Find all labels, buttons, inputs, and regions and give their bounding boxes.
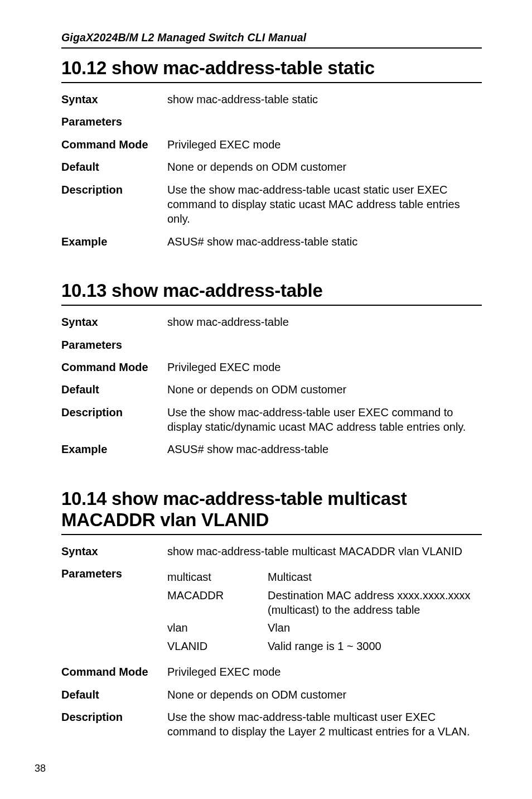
- field-label: Example: [61, 234, 167, 249]
- field-row: Command Mode Privileged EXEC mode: [61, 360, 482, 374]
- param-row: multicast Multicast: [167, 570, 482, 584]
- param-row: MACADDR Destination MAC address xxxx.xxx…: [167, 588, 482, 618]
- section-gap: [61, 465, 482, 479]
- field-label: Default: [61, 687, 167, 702]
- field-row-parameters: Parameters multicast Multicast MACADDR D…: [61, 566, 482, 657]
- field-label: Syntax: [61, 92, 167, 107]
- page-number: 38: [35, 763, 46, 774]
- running-header: GigaX2024B/M L2 Managed Switch CLI Manua…: [61, 31, 482, 44]
- section-title: 10.12 show mac-address-table static: [61, 57, 482, 79]
- field-value: Use the show mac-address-table multicast…: [167, 710, 482, 739]
- field-value: show mac-address-table static: [167, 92, 482, 107]
- field-label: Default: [61, 382, 167, 397]
- title-rule: [61, 534, 482, 535]
- field-label: Syntax: [61, 315, 167, 329]
- param-key: vlan: [167, 620, 268, 635]
- field-row: Syntax show mac-address-table static: [61, 92, 482, 107]
- field-value: None or depends on ODM customer: [167, 160, 482, 174]
- field-value: ASUS# show mac-address-table: [167, 442, 482, 456]
- field-value: None or depends on ODM customer: [167, 687, 482, 702]
- field-row: Command Mode Privileged EXEC mode: [61, 665, 482, 679]
- field-row: Syntax show mac-address-table multicast …: [61, 544, 482, 559]
- param-desc: Valid range is 1 ~ 3000: [268, 639, 482, 653]
- field-value: Use the show mac-address-table ucast sta…: [167, 182, 482, 227]
- param-desc: Destination MAC address xxxx.xxxx.xxxx (…: [268, 588, 482, 618]
- param-key: MACADDR: [167, 588, 268, 603]
- title-rule: [61, 82, 482, 83]
- field-row: Description Use the show mac-address-tab…: [61, 405, 482, 435]
- param-key: multicast: [167, 570, 268, 584]
- field-value: Privileged EXEC mode: [167, 360, 482, 374]
- section-title: 10.13 show mac-address-table: [61, 280, 482, 301]
- field-label: Command Mode: [61, 360, 167, 374]
- field-label: Description: [61, 182, 167, 197]
- field-label: Default: [61, 160, 167, 174]
- title-rule: [61, 305, 482, 306]
- field-row: Command Mode Privileged EXEC mode: [61, 137, 482, 152]
- field-row: Default None or depends on ODM customer: [61, 160, 482, 174]
- section-title: 10.14 show mac-address-table multicast M…: [61, 488, 482, 531]
- param-key: VLANID: [167, 639, 268, 653]
- field-label: Description: [61, 405, 167, 420]
- field-value: None or depends on ODM customer: [167, 382, 482, 397]
- field-value: Privileged EXEC mode: [167, 665, 482, 679]
- field-label: Parameters: [61, 114, 167, 129]
- field-value: show mac-address-table: [167, 315, 482, 329]
- field-row: Default None or depends on ODM customer: [61, 382, 482, 397]
- section-gap: [61, 257, 482, 271]
- param-row: vlan Vlan: [167, 620, 482, 635]
- param-desc: Multicast: [268, 570, 482, 584]
- field-value: show mac-address-table multicast MACADDR…: [167, 544, 482, 559]
- field-label: Command Mode: [61, 137, 167, 152]
- field-row: Syntax show mac-address-table: [61, 315, 482, 329]
- field-row: Description Use the show mac-address-tab…: [61, 182, 482, 227]
- param-row: VLANID Valid range is 1 ~ 3000: [167, 639, 482, 653]
- param-desc: Vlan: [268, 620, 482, 635]
- field-value: ASUS# show mac-address-table static: [167, 234, 482, 249]
- field-label: Description: [61, 710, 167, 724]
- field-row: Parameters: [61, 114, 482, 129]
- field-label: Syntax: [61, 544, 167, 559]
- field-label: Parameters: [61, 566, 167, 581]
- field-row: Example ASUS# show mac-address-table sta…: [61, 234, 482, 249]
- field-label: Example: [61, 442, 167, 456]
- page: GigaX2024B/M L2 Managed Switch CLI Manua…: [0, 0, 532, 799]
- field-row: Description Use the show mac-address-tab…: [61, 710, 482, 739]
- field-row: Parameters: [61, 338, 482, 352]
- header-rule: [61, 47, 482, 49]
- field-row: Default None or depends on ODM customer: [61, 687, 482, 702]
- field-label: Parameters: [61, 338, 167, 352]
- field-row: Example ASUS# show mac-address-table: [61, 442, 482, 456]
- parameters-block: multicast Multicast MACADDR Destination …: [167, 566, 482, 657]
- field-value: Privileged EXEC mode: [167, 137, 482, 152]
- field-value: Use the show mac-address-table user EXEC…: [167, 405, 482, 435]
- field-label: Command Mode: [61, 665, 167, 679]
